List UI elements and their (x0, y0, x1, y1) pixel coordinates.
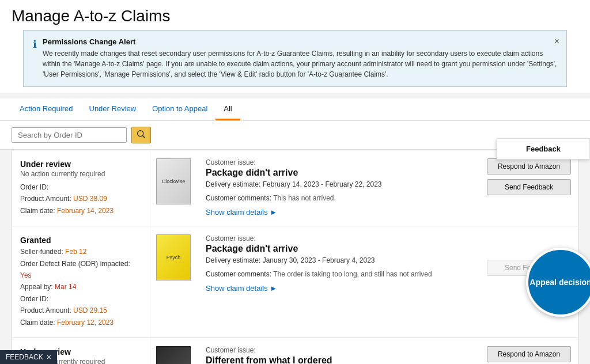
claim-middle-1: Customer issue: Package didn't arrive De… (196, 150, 480, 226)
claim-image-2: Psych (150, 226, 196, 338)
alert-text: We recently made changes that reset seco… (43, 48, 557, 79)
alert-content: Permissions Change Alert We recently mad… (43, 37, 557, 79)
tab-under-review[interactable]: Under Review (81, 98, 145, 120)
page-title: Manage A-to-z Claims (12, 7, 578, 25)
delivery-estimate: Delivery estimate: January 30, 2023 - Fe… (206, 256, 471, 264)
feedback-label: FEEDBACK (6, 353, 43, 361)
claim-middle-3: Customer issue: Different from what I or… (196, 338, 480, 364)
show-details-2[interactable]: Show claim details ► (206, 284, 471, 293)
tab-all[interactable]: All (215, 98, 240, 120)
tabs-bar: Action Required Under Review Option to A… (0, 98, 590, 121)
claim-meta: Seller-funded: Feb 12 Order Defect Rate … (20, 246, 142, 328)
search-input[interactable] (12, 127, 127, 143)
alert-banner: ℹ Permissions Change Alert We recently m… (23, 30, 567, 87)
send-feedback-button[interactable]: Send Feedback (487, 179, 571, 195)
table-row: Under review No action currently require… (12, 150, 578, 226)
info-icon: ℹ (33, 38, 37, 51)
claim-meta: Order ID: Product Amount: USD 38.09 Clai… (20, 181, 142, 217)
alert-close-button[interactable]: × (554, 36, 559, 47)
table-row: Granted Seller-funded: Feb 12 Order Defe… (12, 226, 578, 338)
feedback-panel[interactable]: Feedback (497, 138, 590, 160)
claim-left-1: Under review No action currently require… (12, 150, 150, 226)
issue-title: Package didn't arrive (206, 168, 471, 178)
customer-issue-label: Customer issue: (206, 234, 471, 242)
claim-status: Under review (20, 160, 142, 169)
feedback-bar[interactable]: FEEDBACK × (0, 350, 57, 364)
claim-status: Granted (20, 236, 142, 245)
customer-issue-label: Customer issue: (206, 346, 471, 354)
appeal-decision-circle[interactable]: Appeal decision (526, 248, 590, 317)
book-cover-3: Let's Play Keyboard (156, 346, 191, 364)
respond-to-amazon-button-3[interactable]: Respond to Amazon (487, 346, 571, 362)
claim-middle-2: Customer issue: Package didn't arrive De… (196, 226, 480, 338)
claim-note: No action currently required (20, 170, 142, 178)
search-button[interactable] (131, 127, 151, 143)
issue-title: Package didn't arrive (206, 244, 471, 254)
delivery-estimate: Delivery estimate: February 14, 2023 - F… (206, 180, 471, 188)
table-row: Under review No action currently require… (12, 338, 578, 364)
customer-comments: Customer comments: This has not arrived. (206, 194, 471, 202)
claim-left-2: Granted Seller-funded: Feb 12 Order Defe… (12, 226, 150, 338)
feedback-panel-label: Feedback (526, 145, 561, 153)
book-cover-1: Clockwise (156, 158, 191, 204)
search-icon (137, 130, 145, 138)
tab-option-to-appeal[interactable]: Option to Appeal (144, 98, 215, 120)
alert-title: Permissions Change Alert (43, 37, 557, 46)
page-wrapper: Manage A-to-z Claims ℹ Permissions Chang… (0, 0, 590, 364)
issue-title: Different from what I ordered (206, 355, 471, 364)
respond-to-amazon-button[interactable]: Respond to Amazon (487, 158, 571, 175)
claims-list: Under review No action currently require… (0, 150, 590, 364)
customer-issue-label: Customer issue: (206, 158, 471, 166)
claim-image-1: Clockwise (150, 150, 196, 226)
claim-actions-3: Respond to Amazon Refund customer Contac… (480, 338, 578, 364)
feedback-close-button[interactable]: × (47, 352, 51, 362)
claim-actions-2: Appeal decision Send Feedback (480, 226, 578, 338)
claim-actions-1: Respond to Amazon Send Feedback (480, 150, 578, 226)
show-details-1[interactable]: Show claim details ► (206, 208, 471, 217)
tab-action-required[interactable]: Action Required (12, 98, 81, 120)
customer-comments: Customer comments: The order is taking t… (206, 270, 471, 278)
claim-image-3: Let's Play Keyboard (150, 338, 196, 364)
book-cover-2: Psych (156, 234, 191, 280)
